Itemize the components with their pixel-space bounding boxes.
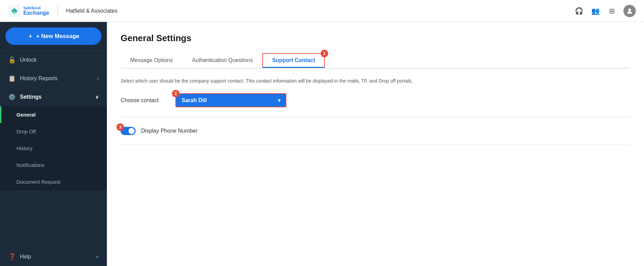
sidebar-history-reports-label: History Reports xyxy=(20,75,58,82)
tab-support-contact[interactable]: Support Contact xyxy=(262,53,324,68)
headset-icon[interactable]: 🎧 xyxy=(574,6,584,16)
sidebar-item-general[interactable]: General xyxy=(0,106,107,123)
sidebar-section-main: 🔓 Unlock 📋 History Reports › ⚙️ Settings… xyxy=(0,50,107,106)
active-indicator xyxy=(0,106,1,123)
history-reports-icon: 📋 xyxy=(8,75,16,82)
support-contact-description: Select which user should be the company … xyxy=(121,78,429,84)
main-layout: ＋ + New Message 🔓 Unlock 📋 History Repor… xyxy=(0,22,644,266)
header-divider xyxy=(58,5,58,16)
header-right: 🎧 👥 ⊞ xyxy=(574,5,636,17)
plus-icon: ＋ xyxy=(27,32,33,40)
sidebar-item-settings[interactable]: ⚙️ Settings ∨ xyxy=(0,88,107,106)
sidebar-history-label: History xyxy=(16,145,33,151)
sidebar-item-help[interactable]: ❓ Help « xyxy=(0,247,107,266)
tab-auth-questions[interactable]: Authentication Questions xyxy=(183,53,263,69)
svg-point-1 xyxy=(628,9,631,11)
app-header: SafeSend Exchange Hatfield & Associates … xyxy=(0,0,644,22)
lock-icon: 🔓 xyxy=(8,56,16,64)
chevron-down-icon: ∨ xyxy=(95,94,99,100)
new-message-label: + New Message xyxy=(36,33,79,40)
sidebar: ＋ + New Message 🔓 Unlock 📋 History Repor… xyxy=(0,22,107,266)
sidebar-item-history[interactable]: History xyxy=(0,140,107,157)
logo-brand: SafeSend Exchange xyxy=(23,6,49,16)
apps-icon[interactable]: ⊞ xyxy=(607,6,617,16)
collapse-icon[interactable]: « xyxy=(96,254,99,260)
header-left: SafeSend Exchange Hatfield & Associates xyxy=(8,5,117,17)
sidebar-item-drop-off[interactable]: Drop Off xyxy=(0,123,107,140)
sidebar-item-unlock[interactable]: 🔓 Unlock xyxy=(0,51,107,69)
sidebar-dropoff-label: Drop Off xyxy=(16,129,36,134)
tab-message-options[interactable]: Message Options xyxy=(121,53,183,69)
user-avatar[interactable] xyxy=(623,5,636,17)
new-message-button[interactable]: ＋ + New Message xyxy=(5,27,101,45)
tab-support-contact-label: Support Contact xyxy=(272,57,315,63)
settings-icon: ⚙️ xyxy=(8,93,16,101)
chevron-right-icon: › xyxy=(97,76,99,81)
section-divider xyxy=(121,117,630,117)
help-icon: ❓ xyxy=(8,253,16,261)
choose-contact-row: Choose contact 2 Sarah Dill ▼ xyxy=(121,93,630,107)
section-divider-bottom xyxy=(121,145,630,145)
sidebar-document-request-label: Document Request xyxy=(16,179,60,185)
contact-select-wrapper: 2 Sarah Dill ▼ xyxy=(175,93,286,107)
sidebar-item-document-request[interactable]: Document Request xyxy=(0,173,107,190)
sidebar-general-label: General xyxy=(16,112,36,118)
sidebar-unlock-label: Unlock xyxy=(20,57,37,63)
sidebar-settings-label: Settings xyxy=(20,94,41,100)
sidebar-notifications-label: Notifications xyxy=(16,162,45,168)
step-badge-3: 3 xyxy=(116,123,124,131)
tab-auth-questions-label: Authentication Questions xyxy=(192,57,253,63)
display-phone-row: 3 Display Phone Number xyxy=(121,127,630,135)
company-name: Hatfield & Associates xyxy=(66,8,117,14)
tab-message-options-label: Message Options xyxy=(130,57,173,63)
contact-select[interactable]: Sarah Dill xyxy=(176,94,286,107)
choose-contact-label: Choose contact xyxy=(121,97,169,104)
sidebar-item-history-reports[interactable]: 📋 History Reports › xyxy=(0,69,107,88)
page-title: General Settings xyxy=(121,33,630,44)
logo[interactable]: SafeSend Exchange xyxy=(8,5,49,17)
tab-support-contact-wrapper: Support Contact 1 xyxy=(262,53,324,68)
help-label: Help xyxy=(20,254,31,260)
tabs-bar: Message Options Authentication Questions… xyxy=(121,53,630,69)
step-badge-1: 1 xyxy=(321,50,328,57)
sidebar-item-notifications[interactable]: Notifications xyxy=(0,157,107,173)
users-icon[interactable]: 👥 xyxy=(591,6,600,16)
display-phone-label: Display Phone Number xyxy=(141,128,198,134)
logo-icon xyxy=(8,5,21,17)
settings-submenu: General Drop Off History Notifications D… xyxy=(0,106,107,190)
step-badge-2: 2 xyxy=(172,90,179,97)
main-content: General Settings Message Options Authent… xyxy=(107,22,644,266)
